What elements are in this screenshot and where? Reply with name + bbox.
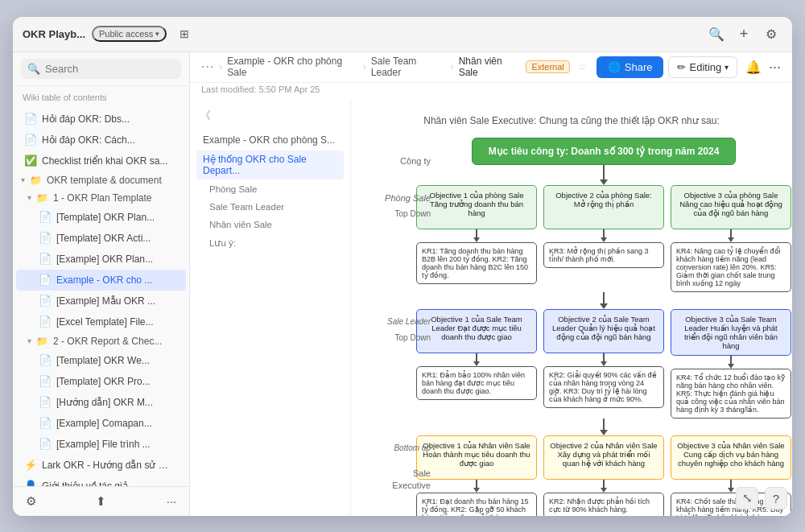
star-icon[interactable]: ☆ (578, 61, 587, 72)
folder-icon: 📁 (36, 192, 48, 204)
layout-icon[interactable]: ⊞ (173, 23, 196, 45)
search-box[interactable]: 🔍 (21, 59, 181, 79)
sidebar-item-author[interactable]: 👤 Giới thiệu về tác giả (16, 476, 186, 486)
chevron-icon: ▾ (27, 193, 31, 202)
settings-icon[interactable]: ⚙ (21, 492, 40, 511)
sidebar-item-label: Lark OKR - Hướng dẫn sử d... (42, 460, 171, 471)
sidebar-section-report[interactable]: ▾ 📁 2 - OKR Report & Chec... (13, 332, 189, 350)
breadcrumb-leader[interactable]: Sale Team Leader (371, 56, 446, 78)
kr4-card: KR4: Nâng cao tỷ lệ chuyển đổi khách hàn… (671, 242, 791, 292)
sl-obj1-card: Objective 1 của Sale Team Leader Đạt đượ… (416, 309, 537, 353)
sidebar-item-active[interactable]: 📄 Example - OKR cho ... (16, 270, 186, 291)
nv-col1: Objective 1 của Nhân viên Sale Hoàn thàn… (416, 435, 537, 516)
toc-item-3[interactable]: Phòng Sale (196, 181, 344, 197)
nv-obj1-card: Objective 1 của Nhân viên Sale Hoàn thàn… (416, 435, 537, 480)
nv-col2: Objective 2 của Nhân viên Sale Xây dựng … (543, 435, 664, 516)
toc-collapse-button[interactable]: 《 (196, 107, 214, 125)
a (728, 237, 734, 242)
breadcrumb-example[interactable]: Example - OKR cho phòng Sale (227, 56, 357, 78)
toc-item-5[interactable]: Nhân viên Sale (196, 217, 344, 233)
doc-icon: 📄 (39, 232, 52, 245)
lightning-icon: ⚡ (24, 459, 37, 472)
sidebar-item-company[interactable]: 📄 [Example] Comapan... (16, 413, 186, 434)
share-icon[interactable]: ⬆ (92, 492, 111, 511)
share-button[interactable]: 🌐 Share (597, 56, 664, 78)
chevron-down-icon: ▾ (724, 63, 729, 72)
level-sale-leader: Sale Leader Top Down Objective 1 của Sal… (435, 309, 773, 435)
sidebar-item-3[interactable]: ✅ Checklist triển khai OKR sa... (16, 151, 186, 171)
checklist-icon: ✅ (24, 155, 37, 167)
last-modified: Last modified: 5:50 PM Apr 25 (190, 83, 792, 99)
doc-icon: 📄 (39, 396, 52, 409)
sidebar-items-list: 📄 Hỏi đáp OKR: Dbs... 📄 Hỏi đáp OKR: Các… (13, 105, 189, 486)
sidebar-item-example-plan[interactable]: 📄 [Example] OKR Plan... (16, 249, 186, 270)
c (476, 353, 477, 361)
person-icon: 👤 (24, 480, 37, 486)
doc-icon: 📄 (39, 295, 52, 307)
folder-icon: 📁 (30, 175, 42, 186)
topdown-label-1: Top Down (378, 209, 431, 218)
sidebar-item-template-plan[interactable]: 📄 [Template] OKR Plan... (16, 207, 186, 228)
sidebar-item-label: [Example] Mẫu OKR ... (56, 295, 155, 307)
more-icon[interactable]: ··· (162, 492, 181, 511)
settings-icon[interactable]: ⚙ (760, 23, 782, 45)
sidebar-item-label: Hỏi đáp OKR: Dbs... (42, 113, 130, 125)
search-input[interactable] (45, 63, 175, 75)
sidebar-item-lark[interactable]: ⚡ Lark OKR - Hướng dẫn sử d... (16, 455, 186, 476)
search-icon: 🔍 (27, 63, 40, 75)
public-access-badge[interactable]: Public access ▾ (92, 26, 167, 42)
sl-col3: Objective 3 của Sale Team Leader Huấn lu… (671, 309, 791, 419)
add-icon[interactable]: + (733, 23, 755, 45)
phong-sale-cards: Objective 1 của phòng Sale Tăng trưởng d… (435, 185, 773, 292)
sidebar-section-plan[interactable]: ▾ 📁 1 - OKR Plan Template (13, 189, 189, 207)
sidebar-footer-actions: ⚙ ⬆ ··· (13, 486, 189, 516)
okr-diagram: Công ty Mục tiêu công ty: Doanh số 300 t… (370, 138, 773, 516)
level-company: Công ty Mục tiêu công ty: Doanh số 300 t… (435, 138, 773, 185)
col-obj2: Objective 2 của phòng Sale: Mở rộng thị … (543, 185, 664, 292)
level-nv-sale: Bottom up SaleExecutive Objective 1 của … (435, 435, 773, 516)
sl-obj2-card: Objective 2 của Sale Team Leader Quản lý… (543, 309, 664, 353)
breadcrumb-bar: ··· › Example - OKR cho phòng Sale › Sal… (190, 52, 792, 83)
toc-panel: 《 Example - OKR cho phòng S... Hệ thống … (190, 99, 351, 516)
expand-icon[interactable]: ⤡ (736, 487, 758, 509)
c (603, 419, 605, 430)
connector-1 (603, 165, 605, 179)
nv-kr2-card: KR2: Nhận được phản hồi tích cực từ 90% … (543, 493, 664, 516)
more-options-button[interactable]: ··· (769, 59, 781, 76)
sidebar-label: Wiki table of contents (13, 86, 189, 105)
sidebar-item-template-acti[interactable]: 📄 [Template] OKR Acti... (16, 228, 186, 249)
main-layout: 🔍 Wiki table of contents 📄 Hỏi đáp OKR: … (13, 52, 792, 516)
toc-item-2[interactable]: Hệ thống OKR cho Sale Depart... (196, 151, 344, 179)
sidebar-item-excel-template[interactable]: 📄 [Excel Template] File... (16, 311, 186, 332)
toc-item-6[interactable]: Lưu ý: (196, 234, 344, 252)
sidebar-item-mau-okr[interactable]: 📄 [Example] Mẫu OKR ... (16, 291, 186, 311)
sidebar-item-2[interactable]: 📄 Hỏi đáp OKR: Cách... (16, 130, 186, 151)
sidebar-item-file-trinh[interactable]: 📄 [Example] File trình ... (16, 434, 186, 455)
sale-leader-level-label: Sale Leader (378, 317, 431, 326)
obj3-card: Objective 3 của phòng Sale Nâng cao hiệu… (671, 185, 791, 229)
bell-icon[interactable]: 🔔 (742, 56, 764, 78)
sidebar-item-template-we[interactable]: 📄 [Template] OKR We... (16, 350, 186, 371)
toc-item-1[interactable]: Example - OKR cho phòng S... (196, 131, 344, 149)
help-icon[interactable]: ? (765, 487, 787, 509)
sidebar-item-1[interactable]: 📄 Hỏi đáp OKR: Dbs... (16, 109, 186, 130)
chevron-icon: ▾ (27, 336, 31, 345)
company-goal-card: Mục tiêu công ty: Doanh số 300 tỷ trong … (472, 138, 737, 165)
sidebar-section-template[interactable]: ▾ 📁 OKR template & document (13, 171, 189, 189)
doc-icon: 📄 (39, 375, 52, 388)
doc-main: Nhân viên Sale Executive: Chung ta cũng … (351, 99, 792, 516)
sidebar-item-huongdan-okr[interactable]: 📄 [Hướng dẫn] OKR M... (16, 392, 186, 413)
editing-button[interactable]: ✏ Editing ▾ (668, 56, 737, 78)
doc-icon: 📄 (39, 438, 52, 451)
nv-obj2-card: Objective 2 của Nhân viên Sale Xây dựng … (543, 435, 664, 480)
doc-bottom-actions: ⤡ ? (736, 487, 787, 509)
nv-sale-cards: Objective 1 của Nhân viên Sale Hoàn thàn… (435, 435, 773, 516)
search-icon[interactable]: 🔍 (705, 23, 728, 45)
sidebar-item-label: Example - OKR cho ... (56, 274, 152, 286)
toc-item-4[interactable]: Sale Team Leader (196, 199, 344, 215)
breadcrumb-dots[interactable]: ··· (201, 60, 214, 74)
sidebar-item-label: Checklist triển khai OKR sa... (42, 155, 167, 167)
sl-col1: Objective 1 của Sale Team Leader Đạt đượ… (416, 309, 537, 419)
sidebar-item-template-pro[interactable]: 📄 [Template] OKR Pro... (16, 371, 186, 392)
breadcrumb-sep2: › (363, 61, 366, 72)
